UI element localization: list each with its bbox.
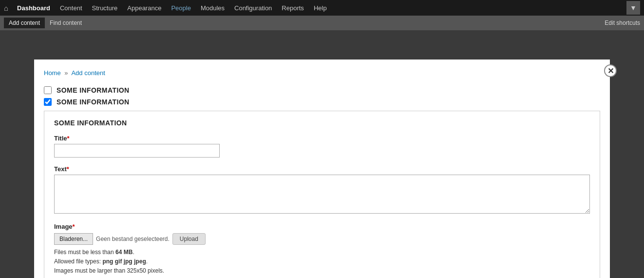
browse-button[interactable]: Bladeren... (54, 233, 93, 245)
nav-item-reports[interactable]: Reports (277, 1, 309, 15)
upload-button[interactable]: Upload (172, 233, 206, 245)
find-content-link[interactable]: Find content (50, 20, 82, 26)
form-section: SOME INFORMATION Title* Text* Image* Bla… (44, 111, 600, 278)
checkbox-2-label: SOME INFORMATION (57, 98, 130, 106)
text-field-group: Text* (54, 165, 590, 215)
close-button[interactable]: ✕ (604, 64, 617, 77)
title-input[interactable] (54, 144, 220, 158)
checkbox-1-label: SOME INFORMATION (57, 86, 130, 94)
nav-item-structure[interactable]: Structure (87, 1, 123, 15)
file-info: Files must be less than 64 MB. Allowed f… (54, 248, 590, 276)
text-label: Text* (54, 165, 590, 173)
title-required-marker: * (67, 135, 70, 142)
breadcrumb-separator: » (64, 69, 68, 77)
checkbox-row-2: SOME INFORMATION (44, 98, 600, 106)
nav-item-people[interactable]: People (166, 1, 195, 15)
nav-item-dashboard[interactable]: Dashboard (12, 1, 55, 15)
nav-item-configuration[interactable]: Configuration (229, 1, 277, 15)
top-nav: ⌂ Dashboard Content Structure Appearance… (0, 0, 644, 16)
add-content-button[interactable]: Add content (4, 18, 45, 28)
checkbox-1[interactable] (44, 86, 52, 94)
image-field-group: Image* Bladeren... Geen bestand geselect… (54, 223, 590, 276)
title-field-group: Title* (54, 135, 590, 158)
nav-item-appearance[interactable]: Appearance (122, 1, 166, 15)
checkbox-2[interactable] (44, 98, 52, 106)
text-required-marker: * (67, 165, 69, 173)
nav-right: ▼ (626, 1, 640, 15)
breadcrumb-add-content[interactable]: Add content (71, 69, 105, 77)
title-label: Title* (54, 135, 590, 142)
breadcrumb-home[interactable]: Home (44, 69, 61, 77)
file-name-display: Geen bestand geselecteerd. (96, 236, 170, 242)
text-textarea[interactable] (54, 175, 590, 214)
home-icon[interactable]: ⌂ (4, 4, 8, 12)
nav-item-help[interactable]: Help (309, 1, 332, 15)
image-label: Image* (54, 223, 590, 230)
nav-item-content[interactable]: Content (55, 1, 87, 15)
form-section-title: SOME INFORMATION (54, 119, 590, 127)
breadcrumb: Home » Add content (44, 69, 600, 77)
image-required-marker: * (73, 223, 75, 230)
edit-shortcuts-link[interactable]: Edit shortcuts (605, 20, 640, 26)
nav-item-modules[interactable]: Modules (196, 1, 229, 15)
background-area (0, 30, 644, 60)
content-area: ✕ Home » Add content SOME INFORMATION SO… (34, 60, 610, 278)
file-upload-row: Bladeren... Geen bestand geselecteerd. U… (54, 233, 590, 245)
checkbox-row-1: SOME INFORMATION (44, 86, 600, 94)
menu-toggle-button[interactable]: ▼ (626, 1, 640, 15)
shortcut-bar: Add content Find content Edit shortcuts (0, 16, 644, 30)
